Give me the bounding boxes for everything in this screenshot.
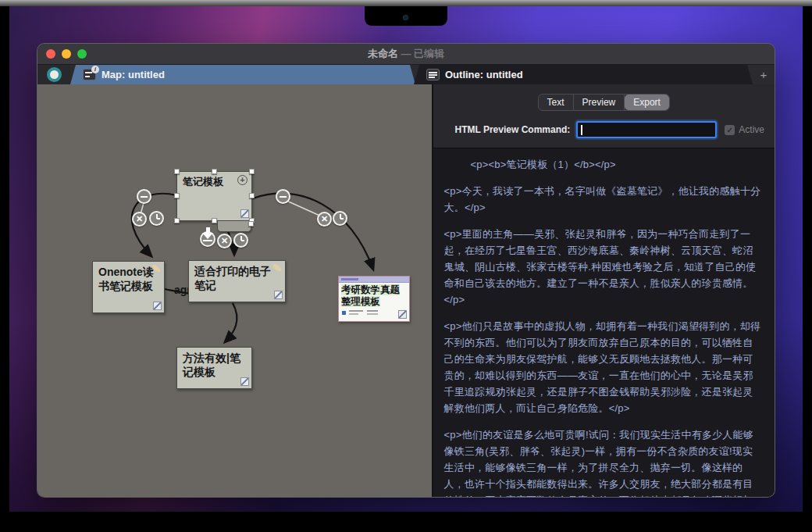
tinderbox-window: 未命名 — 已编辑 i Map: untitled — [37, 43, 775, 498]
link-delete-icon[interactable]: ✕ — [217, 234, 232, 248]
link-clock-icon[interactable] — [333, 211, 347, 226]
link-anchor-icon[interactable] — [276, 189, 290, 204]
selection-handle[interactable] — [249, 169, 255, 174]
resize-grip-icon[interactable] — [240, 209, 249, 218]
tab-text[interactable]: Text — [539, 95, 574, 110]
node-title: 笔记模板 — [183, 176, 223, 187]
export-paragraph: <p>今天，我读了一本书，名字叫做《盗墓笔记》，他让我的感触十分大。</p> — [444, 183, 763, 216]
tab-outline-label: Outline: untitled — [445, 69, 523, 80]
map-node-note-template[interactable]: 笔记模板 + — [176, 171, 252, 221]
tab-map-label: Map: untitled — [102, 69, 165, 80]
link-anchor-icon[interactable] — [137, 189, 151, 204]
outline-view-icon — [426, 69, 440, 80]
note-preview-header — [339, 277, 409, 283]
window-title: 未命名 — 已编辑 — [37, 47, 775, 61]
active-checkbox[interactable]: ✓ — [725, 125, 735, 135]
selection-handle[interactable] — [212, 218, 217, 223]
map-node-printable[interactable]: 适合打印的电子笔记 ✎ — [188, 260, 286, 302]
map-link[interactable] — [225, 303, 237, 342]
resize-grip-icon[interactable] — [274, 291, 283, 299]
text-pane: Text Preview Export HTML Preview Command… — [433, 84, 775, 498]
export-paragraph: <p>他们的友谊是多么地可贵啊!试问：我们现实生活中有多少人能够像铁三角(吴邪、… — [444, 427, 763, 498]
node-title: Onenote读书笔记模板 — [98, 266, 154, 292]
text-pane-segmented-control: Text Preview Export — [538, 94, 670, 111]
map-node-onenote[interactable]: Onenote读书笔记模板 ✎ — [92, 261, 165, 313]
resize-grip-icon[interactable] — [153, 302, 162, 310]
link-delete-icon[interactable]: ✕ — [317, 212, 332, 227]
selection-handle[interactable] — [249, 193, 255, 198]
tab-map[interactable]: i Map: untitled — [70, 65, 415, 84]
export-paragraph: <p>里面的主角——吴邪、张起灵和胖爷，因为一种巧合而走到了一起，在经历了七星鲁… — [444, 226, 763, 308]
selection-handle[interactable] — [174, 169, 180, 174]
selection-handle[interactable] — [174, 218, 180, 223]
map-view[interactable]: 笔记模板 + — [37, 84, 432, 498]
resize-grip-icon[interactable] — [398, 310, 407, 319]
edit-pen-icon: ✎ — [272, 261, 283, 276]
note-preview-lines — [342, 309, 406, 319]
link-clock-icon[interactable] — [149, 211, 164, 226]
export-preview-text[interactable]: <p><b>笔记模板（1）</b></p> <p>今天，我读了一本书，名字叫做《… — [433, 148, 775, 498]
document-title: 未命名 — [368, 48, 398, 59]
link-clock-icon[interactable] — [233, 233, 248, 248]
view-selector-icon[interactable] — [47, 67, 62, 82]
desktop-wallpaper: 未命名 — 已编辑 i Map: untitled — [9, 6, 803, 512]
laptop-top-bezel — [0, 0, 812, 6]
resize-grip-icon[interactable] — [240, 377, 249, 386]
map-link[interactable] — [253, 193, 373, 270]
edited-indicator: — 已编辑 — [398, 48, 444, 59]
view-selector-well — [37, 65, 70, 84]
node-title: 适合打印的电子笔记 — [194, 265, 271, 291]
node-child-tab[interactable] — [217, 221, 251, 232]
camera-icon — [403, 15, 408, 20]
text-caret — [581, 125, 582, 135]
active-checkbox-label: Active — [739, 124, 764, 135]
selection-handle[interactable] — [212, 169, 217, 174]
node-title: 方法有效|笔记模板 — [183, 352, 240, 378]
tab-outline[interactable]: Outline: untitled — [414, 65, 753, 84]
laptop-screen: 未命名 — 已编辑 i Map: untitled — [0, 0, 812, 532]
map-node-method[interactable]: 方法有效|笔记模板 — [176, 347, 252, 389]
window-titlebar[interactable]: 未命名 — 已编辑 — [37, 44, 775, 64]
export-paragraph: <p><b>笔记模板（1）</b></p> — [444, 156, 763, 173]
tab-preview[interactable]: Preview — [574, 95, 625, 110]
add-child-icon[interactable]: + — [237, 175, 248, 185]
tab-export[interactable]: Export — [625, 95, 669, 110]
html-preview-command-label: HTML Preview Command: — [455, 124, 571, 135]
export-paragraph: <p>他们只是故事中的虚拟人物，却拥有着一种我们渴望得到的，却得不到的东西。他们… — [444, 318, 763, 416]
link-delete-icon[interactable]: ✕ — [132, 212, 147, 227]
selection-handle[interactable] — [174, 193, 180, 198]
view-tabbar: i Map: untitled Outline: untitled + — [37, 64, 775, 84]
display-notch — [365, 6, 447, 26]
info-badge-icon: i — [91, 66, 99, 73]
html-preview-command-input[interactable] — [576, 121, 717, 138]
map-node-kaoyan[interactable]: 考研数学真题整理模板 — [338, 276, 410, 322]
selection-handle[interactable] — [248, 221, 254, 227]
link-drop-icon[interactable] — [200, 231, 215, 247]
edit-pen-icon: ✎ — [151, 262, 162, 277]
add-tab-button[interactable]: + — [753, 65, 775, 84]
map-view-icon: i — [83, 69, 96, 80]
node-title: 考研数学真题整理模板 — [341, 284, 400, 307]
split-view: 笔记模板 + — [37, 84, 775, 498]
